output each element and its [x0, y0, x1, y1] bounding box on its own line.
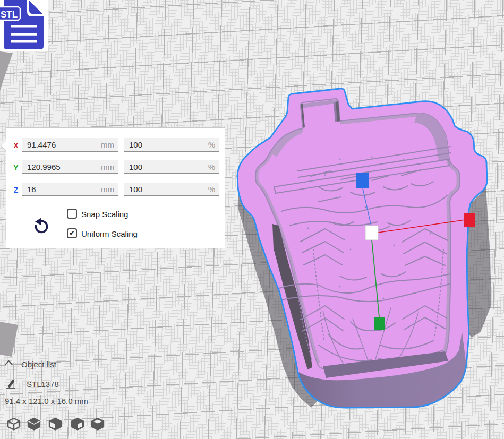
svg-text:STL: STL — [1, 10, 18, 20]
